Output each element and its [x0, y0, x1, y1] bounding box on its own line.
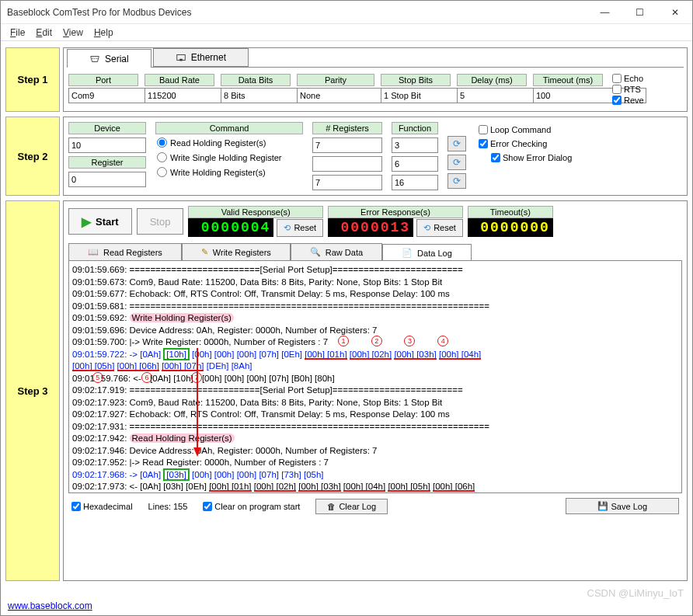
- command-label: Command: [155, 122, 303, 134]
- lines-count: Lines: 155: [148, 502, 188, 511]
- reset-error[interactable]: ⟲Reset: [416, 219, 463, 237]
- register-label: Register: [68, 156, 146, 169]
- window-title: Baseblock ComTest Pro for Modbus Devices: [7, 7, 587, 18]
- watermark: CSDN @LiMinyu_IoT: [587, 587, 684, 599]
- loop-checkbox[interactable]: [479, 125, 488, 134]
- tab-data-log[interactable]: 📄Data Log: [382, 244, 472, 261]
- minimize-button[interactable]: —: [587, 1, 622, 24]
- ethernet-icon: [176, 52, 186, 63]
- func-label: Function: [392, 122, 438, 134]
- close-button[interactable]: ✕: [657, 1, 692, 24]
- disk-icon: 💾: [597, 501, 608, 511]
- titlebar: Baseblock ComTest Pro for Modbus Devices…: [1, 1, 692, 24]
- cmd-read-radio[interactable]: [157, 137, 167, 148]
- parity-label: Parity: [297, 74, 374, 86]
- reve-checkbox[interactable]: [612, 96, 622, 105]
- baud-label: Baud Rate: [145, 74, 214, 86]
- timeout-label: Timeout(s): [468, 206, 553, 218]
- device-label: Device: [68, 122, 146, 134]
- tab-ethernet[interactable]: Ethernet: [153, 48, 249, 67]
- step3-label: Step 3: [5, 200, 60, 581]
- device-input[interactable]: [68, 137, 146, 153]
- error-label: Error Response(s): [328, 206, 463, 218]
- register-input[interactable]: [68, 172, 146, 187]
- stopbits-label: Stop Bits: [381, 74, 451, 86]
- stop-button[interactable]: Stop: [137, 208, 184, 235]
- refresh-icon: ⟳: [453, 157, 461, 168]
- refresh-2[interactable]: ⟳: [447, 155, 466, 170]
- valid-counter: 0000004: [188, 218, 273, 237]
- nregs-input-1[interactable]: [312, 137, 382, 153]
- menu-view[interactable]: View: [58, 26, 88, 40]
- port-label: Port: [68, 74, 138, 86]
- svg-point-2: [96, 57, 97, 58]
- nregs-input-3[interactable]: [312, 175, 382, 190]
- delay-label: Delay (ms): [457, 74, 527, 86]
- clear-start-checkbox[interactable]: [203, 502, 212, 511]
- func-input-1[interactable]: [392, 137, 438, 153]
- refresh-icon: ⟳: [453, 138, 461, 149]
- start-button[interactable]: ▶Start: [68, 208, 132, 235]
- errchk-checkbox[interactable]: [479, 139, 488, 148]
- save-log-button[interactable]: 💾Save Log: [566, 498, 679, 514]
- hex-checkbox[interactable]: [71, 502, 81, 511]
- menu-file[interactable]: File: [5, 26, 30, 40]
- refresh-icon: ⟳: [453, 176, 461, 186]
- cmd-write-multi-radio[interactable]: [157, 167, 167, 177]
- menu-help[interactable]: Help: [89, 26, 118, 40]
- nregs-input-2[interactable]: [312, 156, 382, 172]
- footer-link[interactable]: www.baseblock.com: [8, 600, 92, 611]
- func-input-3[interactable]: [392, 175, 438, 190]
- serial-icon: [89, 54, 100, 64]
- rts-checkbox[interactable]: [612, 85, 622, 94]
- cmd-write-single-radio[interactable]: [157, 152, 167, 162]
- menubar: File Edit View Help: [1, 24, 692, 41]
- reset-icon: ⟲: [423, 223, 430, 233]
- play-icon: ▶: [82, 214, 91, 229]
- step1-label: Step 1: [5, 47, 60, 112]
- tab-raw-data[interactable]: 🔍Raw Data: [291, 243, 382, 260]
- menu-edit[interactable]: Edit: [31, 26, 57, 40]
- nregs-label: # Registers: [312, 122, 382, 134]
- svg-rect-4: [179, 59, 183, 61]
- error-counter: 0000013: [328, 218, 413, 237]
- refresh-3[interactable]: ⟳: [447, 173, 466, 189]
- tab-read-registers[interactable]: 📖Read Registers: [68, 243, 182, 260]
- reset-valid[interactable]: ⟲Reset: [277, 219, 323, 237]
- maximize-button[interactable]: ☐: [622, 1, 657, 24]
- databits-label: Data Bits: [221, 74, 291, 86]
- showerr-checkbox[interactable]: [491, 153, 500, 162]
- refresh-1[interactable]: ⟳: [447, 136, 466, 151]
- clear-log-button[interactable]: 🗑Clear Log: [315, 499, 388, 514]
- echo-checkbox[interactable]: [612, 74, 622, 83]
- timeout-counter: 0000000: [468, 218, 553, 237]
- func-input-2[interactable]: [392, 156, 438, 172]
- tab-write-registers[interactable]: ✎Write Registers: [182, 243, 291, 260]
- log-pane[interactable]: 09:01:59.669: =========================[…: [68, 260, 682, 493]
- svg-point-0: [92, 57, 93, 58]
- valid-label: Valid Response(s): [188, 206, 323, 218]
- timeout-label: Timeout (ms): [533, 74, 603, 86]
- step2-label: Step 2: [5, 117, 60, 196]
- tab-serial[interactable]: Serial: [67, 49, 151, 68]
- reset-icon: ⟲: [284, 223, 291, 233]
- clear-icon: 🗑: [327, 502, 336, 511]
- svg-point-1: [94, 57, 95, 58]
